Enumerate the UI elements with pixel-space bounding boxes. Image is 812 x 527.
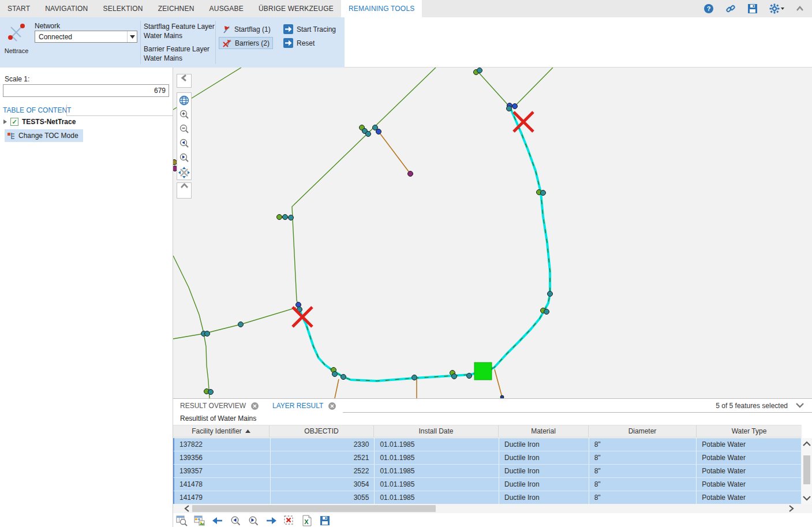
table-row[interactable]: 139356252101.01.1985Ductile Iron8"Potabl…: [173, 451, 802, 465]
network-node: [467, 373, 472, 379]
titlebar-icons: ?: [704, 0, 812, 17]
table-cell: Ductile Iron: [499, 491, 589, 504]
table-cell: 3054: [271, 478, 375, 491]
scroll-left-icon[interactable]: [184, 505, 190, 512]
table-cell: 01.01.1985: [375, 438, 499, 451]
clear-selection-button[interactable]: [283, 514, 295, 527]
horizontal-scroll-thumb[interactable]: [192, 505, 436, 512]
network-node: [205, 331, 210, 337]
startflag-button-label: Startflag (1): [234, 25, 271, 33]
vertical-scrollbar[interactable]: [802, 438, 812, 504]
network-node: [376, 129, 381, 134]
barrier-layer-title: Barrier Feature Layer: [144, 45, 209, 53]
column-header-objectid[interactable]: OBJECTID: [270, 425, 374, 437]
full-extent-button[interactable]: [177, 93, 191, 107]
toolbar-collapse-button[interactable]: [177, 182, 192, 199]
next-record-button[interactable]: [265, 514, 278, 527]
chevron-down-icon[interactable]: [127, 31, 137, 42]
network-node: [507, 106, 512, 111]
table-row[interactable]: 139357252201.01.1985Ductile Iron8"Potabl…: [173, 465, 802, 478]
water-main-line: [173, 308, 296, 339]
tab-layer-result[interactable]: LAYER RESULT: [265, 399, 343, 413]
column-header-material[interactable]: Material: [499, 425, 589, 437]
expander-icon[interactable]: [3, 119, 7, 124]
table-cell: 2330: [271, 438, 375, 451]
start-tracing-label: Start Tracing: [297, 25, 336, 33]
zoom-out-button[interactable]: [177, 122, 191, 136]
scroll-right-icon[interactable]: [788, 505, 795, 512]
column-header-label: Install Date: [418, 427, 453, 435]
tab-ausgabe[interactable]: AUSGABE: [202, 0, 251, 17]
nettrace-button[interactable]: Nettrace: [1, 18, 32, 66]
tab-result-overview-label: RESULT OVERVIEW: [180, 402, 246, 410]
reset-button[interactable]: Reset: [280, 37, 317, 49]
tab-uebrige-werkzeuge[interactable]: ÜBRIGE WERKZEUGE: [251, 0, 341, 17]
sort-ascending-icon: [245, 429, 250, 433]
network-node: [366, 132, 371, 137]
tab-table-of-content[interactable]: TABLE OF CONTENT: [3, 104, 71, 116]
link-icon[interactable]: [725, 3, 736, 14]
change-toc-mode-button[interactable]: Change TOC Mode: [5, 129, 83, 142]
network-select[interactable]: Connected: [35, 31, 137, 43]
start-tracing-button[interactable]: Start Tracing: [280, 23, 339, 35]
horizontal-scrollbar[interactable]: [173, 504, 812, 513]
collapse-ribbon-icon[interactable]: [796, 6, 804, 12]
trace-underlying-main: [299, 109, 550, 381]
column-header-label: Facility Identifier: [192, 427, 242, 435]
column-header-facility-identifier[interactable]: Facility Identifier: [173, 425, 270, 437]
network-node: [238, 322, 244, 327]
chevron-down-icon[interactable]: [796, 403, 804, 408]
barriers-button[interactable]: Barriers (2): [219, 37, 273, 49]
results-status-area: 5 of 5 features selected: [343, 399, 812, 413]
nettrace-icon: [5, 22, 28, 43]
column-header-diameter[interactable]: Diameter: [589, 425, 697, 437]
column-header-install-date[interactable]: Install Date: [374, 425, 499, 437]
tab-selektion[interactable]: SELEKTION: [95, 0, 150, 17]
next-extent-button[interactable]: [177, 151, 191, 165]
previous-record-button[interactable]: [211, 514, 224, 527]
tab-start[interactable]: START: [0, 0, 38, 17]
save-result-button[interactable]: [319, 514, 331, 527]
export-excel-button[interactable]: X: [301, 514, 313, 527]
network-node: [477, 68, 482, 73]
tab-result-overview[interactable]: RESULT OVERVIEW: [173, 399, 265, 413]
network-select-value: Connected: [39, 33, 72, 41]
water-main-line: [515, 68, 553, 106]
map-canvas[interactable]: [173, 68, 812, 398]
water-main-line: [477, 71, 510, 107]
pan-button[interactable]: [177, 165, 191, 180]
table-row[interactable]: 137822233001.01.1985Ductile Iron8"Potabl…: [173, 438, 802, 451]
scroll-up-icon[interactable]: [802, 440, 812, 447]
scroll-down-icon[interactable]: [802, 495, 812, 502]
tab-navigation[interactable]: NAVIGATION: [38, 0, 95, 17]
show-in-map-button[interactable]: [193, 514, 206, 527]
layer-checkbox[interactable]: ✓: [10, 118, 18, 126]
trace-result-line: [299, 109, 550, 381]
help-icon[interactable]: ?: [704, 3, 714, 14]
collapse-panel-button[interactable]: [177, 74, 192, 88]
tab-zeichnen[interactable]: ZEICHNEN: [151, 0, 202, 17]
layer-tree-item[interactable]: ✓ TESTS-NetTrace: [3, 118, 76, 126]
close-icon[interactable]: [251, 402, 259, 410]
startflag-button[interactable]: Startflag (1): [219, 23, 274, 35]
toc-tab-divider: [66, 104, 173, 116]
settings-icon[interactable]: [769, 3, 784, 14]
column-header-water-type[interactable]: Water Type: [697, 425, 802, 437]
vertical-scroll-thumb[interactable]: [803, 455, 810, 484]
scale-input[interactable]: [3, 84, 169, 97]
table-row[interactable]: 141479305501.01.1985Ductile Iron8"Potabl…: [173, 491, 802, 504]
network-node: [544, 309, 549, 315]
zoom-previous-result-button[interactable]: [229, 514, 242, 527]
zoom-in-button[interactable]: [177, 107, 191, 122]
close-icon[interactable]: [328, 402, 336, 410]
reset-label: Reset: [297, 39, 315, 47]
table-cell: Ductile Iron: [499, 451, 589, 464]
network-node: [283, 215, 288, 220]
tab-remaining-tools[interactable]: REMAINING TOOLS: [341, 0, 422, 17]
zoom-to-result-button[interactable]: [175, 514, 188, 527]
zoom-next-result-button[interactable]: [247, 514, 260, 527]
save-icon[interactable]: [747, 3, 758, 14]
previous-extent-button[interactable]: [177, 136, 191, 151]
table-cell: 8": [589, 465, 697, 477]
table-row[interactable]: 141478305401.01.1985Ductile Iron8"Potabl…: [173, 478, 802, 491]
